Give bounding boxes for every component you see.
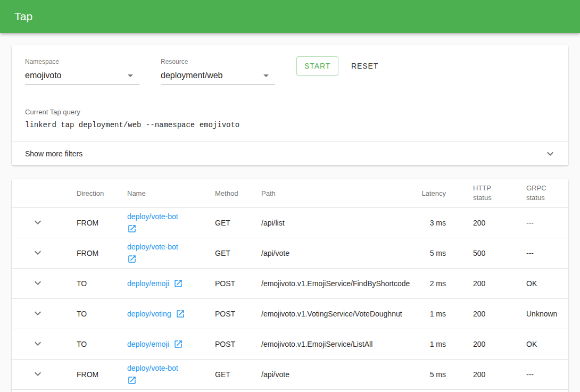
resource-link[interactable]: deploy/emoji (127, 279, 187, 288)
http-status-value: 200 (473, 370, 485, 379)
http-status-cell: 200 (465, 310, 518, 318)
chevron-down-icon (31, 277, 44, 289)
resource-link[interactable]: deploy/emoji (127, 339, 187, 349)
grpc-status-value: --- (526, 249, 534, 257)
table-header-row: Direction Name Method Path Latency HTTP … (12, 179, 568, 208)
resource-value: deployment/web (161, 71, 263, 80)
latency-cell: 5 ms (406, 249, 465, 257)
query-value: linkerd tap deployment/web --namespace e… (25, 121, 556, 129)
resource-link-label: deploy/emoji (127, 279, 169, 288)
latency-value: 3 ms (430, 219, 446, 227)
expand-cell (12, 368, 77, 382)
column-header-grpc-status: GRPC status (518, 184, 568, 203)
resource-link-label: deploy/vote-bot (127, 364, 178, 372)
grpc-status-cell: OK (518, 340, 568, 348)
expand-row-button[interactable] (31, 368, 44, 380)
open-in-new-icon (127, 254, 137, 264)
direction-value: TO (77, 279, 87, 288)
http-status-cell: 500 (465, 249, 518, 257)
caret-down-icon (128, 74, 133, 77)
start-button[interactable]: START (296, 56, 338, 76)
table-row: TO deploy/voting POST /emojivoto.v1.Voti… (12, 299, 568, 329)
resource-link[interactable]: deploy/vote-bot (127, 212, 187, 233)
expand-row-button[interactable] (31, 277, 44, 289)
path-cell: /emojivoto.v1.VotingService/VoteDoughnut (261, 310, 406, 318)
grpc-status-value: OK (526, 279, 537, 288)
method-value: GET (215, 370, 230, 379)
name-cell: deploy/vote-bot (127, 364, 215, 385)
expand-row-button[interactable] (31, 216, 44, 229)
method-value: GET (215, 219, 230, 227)
chevron-down-icon (31, 368, 44, 380)
resource-link[interactable]: deploy/vote-bot (127, 364, 187, 385)
chevron-down-icon (544, 147, 557, 160)
tap-query-card: Namespace emojivoto Resource deployment/… (12, 45, 568, 165)
latency-cell: 1 ms (406, 310, 465, 318)
resource-link-label: deploy/vote-bot (127, 243, 178, 251)
path-value: /api/vote (261, 249, 289, 257)
expand-row-button[interactable] (31, 246, 44, 259)
method-value: POST (215, 279, 235, 288)
path-cell: /api/vote (261, 249, 406, 257)
path-cell: /emojivoto.v1.EmojiService/FindByShortco… (261, 279, 406, 288)
direction-cell: TO (77, 279, 127, 288)
resource-select-group: Resource deployment/web (161, 58, 275, 85)
namespace-select[interactable]: emojivoto (25, 69, 139, 85)
method-cell: GET (215, 219, 261, 227)
method-cell: POST (215, 340, 261, 348)
column-header-method: Method (215, 189, 261, 197)
method-cell: GET (215, 249, 261, 257)
latency-cell: 5 ms (406, 370, 465, 379)
grpc-status-cell: Unknown (518, 310, 568, 318)
main-content: Namespace emojivoto Resource deployment/… (0, 45, 580, 392)
namespace-select-group: Namespace emojivoto (25, 58, 139, 85)
chevron-down-icon (31, 216, 44, 229)
table-row: TO deploy/emoji POST /emojivoto.v1.Emoji… (12, 269, 568, 299)
chevron-down-icon (31, 337, 44, 350)
chevron-down-icon (31, 307, 44, 320)
caret-down-icon (263, 74, 269, 77)
reset-button[interactable]: RESET (347, 56, 383, 76)
http-status-value: 200 (473, 219, 485, 227)
path-cell: /emojivoto.v1.EmojiService/ListAll (261, 340, 406, 348)
resource-link[interactable]: deploy/vote-bot (127, 243, 187, 264)
resource-select[interactable]: deployment/web (161, 69, 275, 85)
grpc-status-value: OK (526, 340, 537, 348)
latency-cell: 3 ms (406, 219, 465, 227)
table-body: FROM deploy/vote-bot GET /api/list 3 ms … (12, 208, 568, 390)
http-status-cell: 200 (465, 370, 518, 379)
table-row: FROM deploy/vote-bot GET /api/vote 5 ms … (12, 360, 568, 390)
namespace-label: Namespace (25, 58, 139, 65)
query-label: Current Tap query (25, 108, 556, 116)
name-cell: deploy/vote-bot (127, 243, 215, 264)
show-more-filters-toggle[interactable]: Show more filters (12, 141, 568, 165)
http-status-value: 200 (473, 310, 485, 318)
http-status-cell: 200 (465, 219, 518, 227)
method-value: POST (215, 310, 235, 318)
latency-cell: 1 ms (406, 340, 465, 348)
name-cell: deploy/voting (127, 309, 215, 319)
app-bar: Tap (0, 0, 580, 33)
column-header-name: Name (127, 189, 215, 197)
resource-link-label: deploy/vote-bot (127, 212, 178, 221)
expand-row-button[interactable] (31, 337, 44, 350)
http-status-value: 500 (473, 249, 485, 257)
name-cell: deploy/emoji (127, 279, 215, 288)
column-header-latency: Latency (406, 189, 465, 197)
http-status-value: 200 (473, 340, 485, 348)
current-tap-query: Current Tap query linkerd tap deployment… (25, 108, 556, 141)
name-cell: deploy/emoji (127, 339, 215, 349)
http-status-value: 200 (473, 279, 485, 288)
open-in-new-icon (176, 309, 185, 319)
method-cell: GET (215, 370, 261, 379)
direction-value: FROM (77, 249, 98, 257)
grpc-status-value: --- (526, 219, 534, 227)
expand-row-button[interactable] (31, 307, 44, 320)
method-value: POST (215, 340, 235, 348)
method-cell: POST (215, 310, 261, 318)
http-status-cell: 200 (465, 279, 518, 288)
resource-link-label: deploy/emoji (127, 340, 169, 348)
direction-cell: TO (77, 310, 127, 318)
open-in-new-icon (173, 339, 183, 349)
resource-link[interactable]: deploy/voting (127, 309, 187, 319)
